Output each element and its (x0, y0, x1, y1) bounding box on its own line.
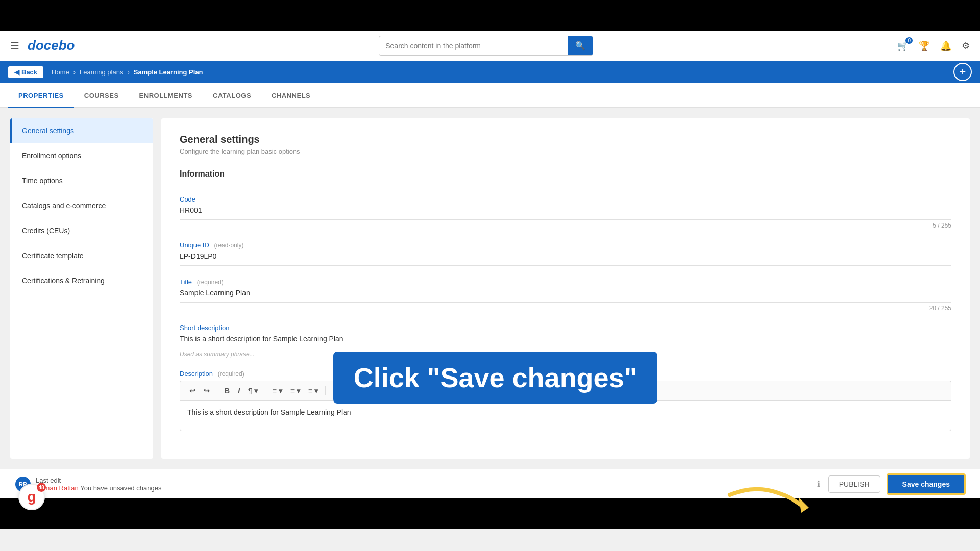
logo: docebo (28, 38, 75, 54)
toolbar-sep-2 (265, 386, 265, 395)
tab-catalogs[interactable]: CATALOGS (203, 85, 261, 108)
section-title: Information (180, 169, 951, 185)
trophy-icon[interactable]: 🏆 (919, 40, 930, 52)
short-description-value[interactable]: This is a short description for Sample L… (180, 335, 951, 348)
g-badge-notification: 48 (37, 483, 46, 492)
undo-button[interactable]: ↩ (186, 385, 199, 396)
breadcrumb-bar: ◀ Back Home › Learning plans › Sample Le… (0, 61, 980, 83)
info-icon: ℹ (817, 479, 820, 489)
sidebar-item-time-options[interactable]: Time options (10, 168, 153, 193)
sidebar: General settings Enrollment options Time… (10, 118, 153, 459)
description-editor[interactable]: This is a short description for Sample L… (180, 400, 951, 431)
tab-channels[interactable]: CHANNELS (261, 85, 321, 108)
title-counter: 20 / 255 (180, 305, 951, 312)
title-field-group: Title (required) Sample Learning Plan 20… (180, 278, 951, 312)
back-button[interactable]: ◀ Back (8, 66, 43, 78)
tab-courses[interactable]: COURSES (74, 85, 129, 108)
breadcrumb-learning-plans[interactable]: Learning plans (80, 68, 123, 76)
header-right: 🛒0 🏆 🔔 ⚙ (897, 40, 970, 52)
short-description-hint: Used as summary phrase... (180, 350, 951, 358)
sidebar-item-enrollment-options[interactable]: Enrollment options (10, 143, 153, 168)
bell-icon[interactable]: 🔔 (940, 40, 951, 52)
search-input[interactable] (379, 38, 568, 54)
short-description-label: Short description (180, 324, 951, 332)
breadcrumb-sep-2: › (127, 68, 129, 76)
save-changes-button[interactable]: Save changes (889, 475, 965, 493)
tab-enrollments[interactable]: ENROLLMENTS (129, 85, 203, 108)
ordered-list-button[interactable]: ≡ ▾ (287, 385, 303, 396)
sidebar-item-credits-ceus[interactable]: Credits (CEUs) (10, 218, 153, 243)
align-button[interactable]: ≡ ▾ (270, 385, 285, 396)
code-field-group: Code HR001 5 / 255 (180, 195, 951, 229)
code-button[interactable]: <> (347, 385, 361, 396)
unordered-list-button[interactable]: ≡ ▾ (305, 385, 321, 396)
plus-button[interactable]: + (953, 63, 972, 81)
unique-id-field-group: Unique ID (read-only) LP-D19LP0 (180, 241, 951, 266)
title-value[interactable]: Sample Learning Plan (180, 289, 951, 303)
fullscreen-button[interactable]: ⤢ (363, 385, 375, 396)
search-button[interactable]: 🔍 (568, 36, 593, 55)
tab-bar: PROPERTIES COURSES ENROLLMENTS CATALOGS … (0, 83, 980, 108)
unique-id-value: LP-D19LP0 (180, 252, 951, 266)
bottom-bar: RR Last edit Raman Rattan You have unsav… (0, 469, 980, 498)
settings-icon[interactable]: ⚙ (962, 40, 970, 52)
description-field-group: Description (required) ↩ ↪ B I ¶ ▾ ≡ ▾ ≡… (180, 370, 951, 431)
cart-badge: 0 (905, 37, 913, 44)
description-label: Description (required) (180, 370, 951, 378)
form-panel-title: General settings (180, 134, 951, 145)
bold-button[interactable]: B (222, 385, 233, 396)
short-description-field-group: Short description This is a short descri… (180, 324, 951, 358)
publish-button[interactable]: PUBLISH (828, 475, 880, 493)
last-edit-info: Last edit Raman Rattan You have unsaved … (36, 477, 161, 492)
code-value[interactable]: HR001 (180, 206, 951, 220)
link-button[interactable]: 🔗 (330, 385, 345, 396)
breadcrumb: Home › Learning plans › Sample Learning … (52, 68, 203, 76)
toolbar-sep-3 (325, 386, 326, 395)
unique-id-label: Unique ID (read-only) (180, 241, 951, 249)
bottom-bar-actions: ℹ PUBLISH Save changes (817, 475, 965, 493)
g-badge[interactable]: g 48 (18, 484, 45, 510)
main-content: General settings Enrollment options Time… (0, 108, 980, 469)
breadcrumb-home[interactable]: Home (52, 68, 69, 76)
search-bar: 🔍 (379, 36, 593, 56)
redo-button[interactable]: ↪ (201, 385, 213, 396)
tab-properties[interactable]: PROPERTIES (8, 85, 74, 108)
italic-button[interactable]: I (235, 385, 243, 396)
sidebar-item-catalogs-ecommerce[interactable]: Catalogs and e-commerce (10, 193, 153, 218)
form-panel: General settings Configure the learning … (161, 118, 970, 459)
sidebar-item-certifications-retraining[interactable]: Certifications & Retraining (10, 268, 153, 293)
header: ☰ docebo 🔍 🛒0 🏆 🔔 ⚙ (0, 31, 980, 61)
paragraph-button[interactable]: ¶ ▾ (245, 385, 261, 396)
code-counter: 5 / 255 (180, 222, 951, 229)
image-button[interactable]: 🖼 (377, 385, 390, 396)
editor-toolbar: ↩ ↪ B I ¶ ▾ ≡ ▾ ≡ ▾ ≡ ▾ 🔗 <> ⤢ 🖼 (180, 381, 951, 400)
form-panel-subtitle: Configure the learning plan basic option… (180, 147, 951, 155)
title-label: Title (required) (180, 278, 951, 286)
code-label: Code (180, 195, 951, 203)
hamburger-icon[interactable]: ☰ (10, 40, 19, 52)
breadcrumb-sep-1: › (74, 68, 76, 76)
unsaved-message: You have unsaved changes (80, 484, 161, 492)
cart-icon[interactable]: 🛒0 (897, 40, 909, 52)
breadcrumb-current: Sample Learning Plan (134, 68, 203, 76)
sidebar-item-certificate-template[interactable]: Certificate template (10, 243, 153, 268)
toolbar-sep-1 (217, 386, 217, 395)
sidebar-item-general-settings[interactable]: General settings (10, 118, 153, 143)
